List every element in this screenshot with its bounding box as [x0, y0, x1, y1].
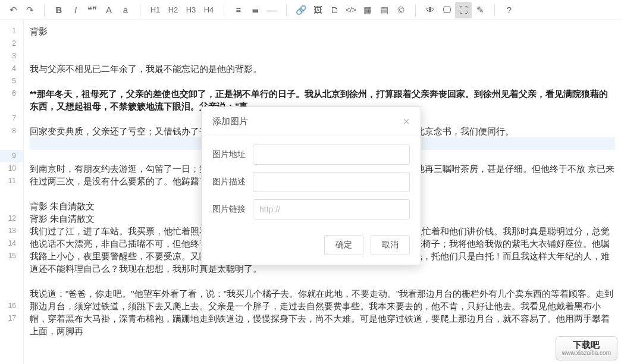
- watermark-title: 下载吧: [573, 340, 600, 350]
- watermark-badge: 下载吧 www.xiazaiba.com: [556, 336, 617, 361]
- image-alt-label: 图片描述: [212, 177, 253, 187]
- close-icon[interactable]: ×: [403, 115, 410, 127]
- dialog-header: 添加图片 ×: [202, 107, 421, 136]
- image-url-label: 图片地址: [212, 149, 253, 160]
- dialog-footer: 确定 取消: [202, 229, 421, 265]
- dialog-body: 图片地址 图片描述 图片链接: [202, 136, 421, 229]
- image-link-label: 图片链接: [212, 204, 253, 215]
- watermark-url: www.xiazaiba.com: [562, 350, 611, 356]
- image-url-input[interactable]: [253, 145, 410, 165]
- modal-overlay: 添加图片 × 图片地址 图片描述 图片链接 确定 取消: [0, 0, 621, 364]
- image-alt-input[interactable]: [253, 172, 410, 192]
- ok-button[interactable]: 确定: [324, 235, 363, 255]
- dialog-title: 添加图片: [212, 116, 248, 127]
- image-dialog: 添加图片 × 图片地址 图片描述 图片链接 确定 取消: [201, 106, 421, 265]
- cancel-button[interactable]: 取消: [371, 235, 410, 255]
- image-link-input[interactable]: [253, 199, 410, 219]
